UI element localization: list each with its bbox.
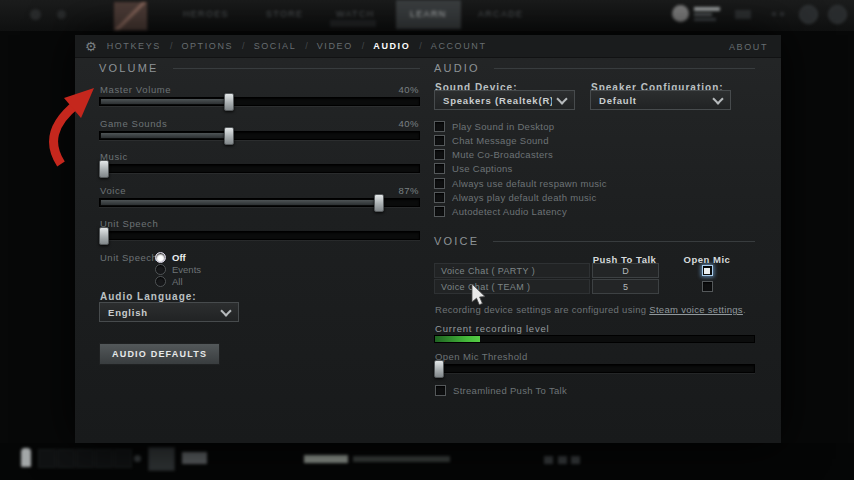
topbar-menu-heroes[interactable]: HEROES (183, 9, 229, 19)
unit-speech-slider-track[interactable] (99, 231, 420, 240)
steam-voice-settings-link[interactable]: Steam voice settings (649, 304, 743, 315)
unit-speech-slider-handle[interactable] (99, 227, 109, 245)
checkbox-row-play-sound-in-desktop: Play Sound in Desktop (434, 121, 554, 131)
note-prefix: Recording device settings are configured… (435, 304, 649, 315)
unit-speech-option-all[interactable]: All (155, 276, 183, 287)
checkbox-row-mute-co-broadcasters: Mute Co-Broadcasters (434, 150, 553, 160)
chat-icon3-blur (571, 456, 580, 464)
notification-dot2-icon (780, 12, 784, 16)
voice-slider-value: 87% (398, 185, 419, 196)
music-slider-track[interactable] (99, 164, 420, 173)
settings-icon[interactable] (799, 5, 818, 24)
note-suffix: . (743, 304, 746, 315)
chat-icon-blur (544, 456, 553, 464)
audio-column: AUDIO Sound Device: Speaker Configuratio… (434, 35, 755, 443)
radio-icon[interactable] (155, 276, 166, 287)
checkbox-row-always-use-default-respawn-music: Always use default respawn music (434, 178, 607, 188)
checkbox-label: Always play default death music (452, 192, 596, 203)
topbar-menu-watch[interactable]: WATCH (336, 9, 375, 19)
game-sounds-slider-label: Game Sounds (100, 118, 167, 129)
open-mic-checkbox[interactable] (702, 281, 713, 292)
open-mic-checkbox[interactable] (702, 265, 713, 276)
recording-level-bar (434, 335, 755, 343)
avatar[interactable] (672, 5, 689, 22)
gear-icon: ⚙ (85, 40, 97, 53)
open-mic-threshold-track[interactable] (434, 364, 755, 373)
checkbox-label: Mute Co-Broadcasters (452, 149, 553, 160)
game-bottombar (0, 443, 854, 480)
music-slider-handle[interactable] (99, 160, 109, 178)
master-volume-slider-handle[interactable] (224, 93, 234, 111)
voice-slider-label: Voice (100, 185, 126, 196)
topbar-blur-layer: HEROESSTOREWATCHLEARNARCADE (0, 0, 854, 31)
open-mic-threshold-handle[interactable] (434, 360, 444, 378)
back-icon[interactable] (30, 9, 41, 20)
checkbox-label: Always use default respawn music (452, 178, 607, 189)
unit-speech-label: Unit Speech (100, 252, 157, 263)
topbar-menu-learn[interactable]: LEARN (396, 0, 461, 29)
play-sound-in-desktop-checkbox[interactable] (434, 121, 445, 132)
open-mic-threshold-slider (434, 360, 755, 382)
game-sounds-slider-fill (101, 133, 229, 138)
game-sounds-slider-handle[interactable] (224, 127, 234, 145)
always-use-default-respawn-music-checkbox[interactable] (434, 178, 445, 189)
checkbox-row-chat-message-sound: Chat Message Sound (434, 135, 549, 145)
game-sounds-slider-value: 40% (398, 118, 419, 129)
open-mic-cell (659, 279, 755, 294)
master-volume-slider-fill (101, 99, 229, 104)
topbar-menu-store[interactable]: STORE (266, 9, 303, 19)
chat-message-sound-checkbox[interactable] (434, 135, 445, 146)
wallet-icon[interactable] (735, 10, 751, 19)
voice-slider: Voice87% (99, 185, 420, 215)
speaker-config-dropdown[interactable]: Default (590, 90, 731, 110)
radio-label: Events (172, 264, 201, 275)
radio-icon[interactable] (155, 252, 166, 263)
sound-device-value: Speakers (Realtek(R) Aud... (443, 95, 552, 106)
audio-language-label: Audio Language: (100, 291, 197, 302)
recording-note: Recording device settings are configured… (435, 304, 746, 315)
checkbox-row-use-captions: Use Captions (434, 164, 513, 174)
unit-speech-option-events[interactable]: Events (155, 264, 201, 275)
unit-speech-option-off[interactable]: Off (155, 252, 186, 263)
master-volume-slider-label: Master Volume (100, 84, 171, 95)
chevron-down-icon (712, 93, 723, 104)
mute-co-broadcasters-checkbox[interactable] (434, 149, 445, 160)
chat-message-blur (353, 456, 450, 462)
game-sounds-slider: Game Sounds40% (99, 118, 420, 148)
checkbox-row-autodetect-audio-latency: Autodetect Audio Latency (434, 207, 567, 217)
push-to-talk-key-button[interactable]: D (592, 263, 659, 278)
audio-language-value: English (108, 307, 216, 318)
audio-heading: AUDIO (434, 62, 755, 74)
player-stat2-blur (694, 18, 716, 21)
autodetect-audio-latency-checkbox[interactable] (434, 206, 445, 217)
always-play-default-death-music-checkbox[interactable] (434, 192, 445, 203)
voice-row-label: Voice Chat ( PARTY ) (434, 263, 590, 278)
power-icon[interactable] (828, 5, 847, 24)
home-icon[interactable] (57, 10, 66, 19)
voice-slider-track[interactable] (99, 198, 420, 207)
chat-button-blur[interactable] (182, 452, 207, 464)
use-captions-checkbox[interactable] (434, 163, 445, 174)
graph-tile-icon[interactable] (148, 447, 175, 471)
topbar-menu-arcade[interactable]: ARCADE (478, 9, 523, 19)
audio-language-dropdown[interactable]: English (99, 302, 239, 322)
radio-label: Off (172, 252, 186, 263)
push-to-talk-key-button[interactable]: 5 (592, 279, 659, 294)
sound-device-dropdown[interactable]: Speakers (Realtek(R) Aud... (434, 90, 575, 110)
voice-row-voice-chat-party: Voice Chat ( PARTY )D (434, 263, 755, 278)
master-volume-slider-value: 40% (398, 84, 419, 95)
voice-slider-handle[interactable] (374, 194, 384, 212)
streamlined-ptt-checkbox[interactable] (435, 385, 446, 396)
slot-blur (95, 449, 113, 468)
audio-defaults-button[interactable]: AUDIO DEFAULTS (99, 343, 220, 365)
chevron-down-icon (220, 305, 231, 316)
watch-subtitle-blur (330, 20, 376, 27)
streamlined-ptt-row: Streamlined Push To Talk (435, 385, 567, 395)
dota-logo[interactable] (113, 1, 148, 31)
game-sounds-slider-track[interactable] (99, 131, 420, 140)
settings-panel: ⚙ HOTKEYS/OPTIONS/SOCIAL/VIDEO/AUDIO/ACC… (75, 35, 781, 443)
status-dot-icon (134, 455, 141, 462)
screen: HEROESSTOREWATCHLEARNARCADE (0, 0, 854, 480)
master-volume-slider-track[interactable] (99, 97, 420, 106)
radio-icon[interactable] (155, 264, 166, 275)
